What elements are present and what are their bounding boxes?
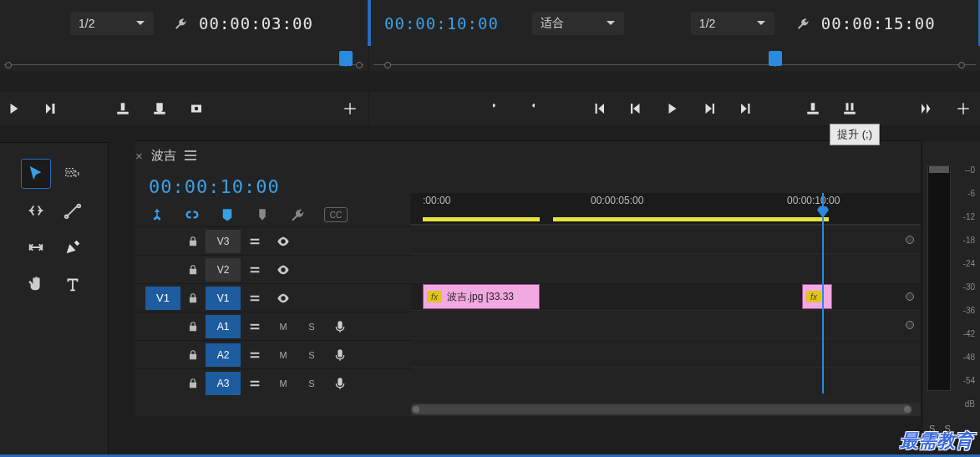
- timeline-settings-button[interactable]: [289, 206, 306, 223]
- solo-toggle[interactable]: S: [297, 350, 326, 360]
- source-patch-a2[interactable]: [145, 343, 180, 367]
- go-to-in-button[interactable]: [590, 99, 608, 118]
- play-button[interactable]: [5, 99, 23, 118]
- mark-out-button[interactable]: [523, 99, 541, 118]
- source-zoom-dropdown[interactable]: 1/2: [70, 12, 154, 35]
- type-tool[interactable]: [58, 269, 88, 299]
- source-patch-v3[interactable]: [145, 230, 180, 253]
- step-fwd-button[interactable]: [700, 99, 718, 118]
- program-timecode-in[interactable]: 00:00:10:00: [384, 12, 499, 35]
- step-back-button[interactable]: [627, 99, 645, 118]
- sync-lock-toggle[interactable]: [241, 320, 269, 333]
- lock-toggle[interactable]: [180, 349, 206, 361]
- sequence-tab[interactable]: × 波吉: [135, 148, 196, 164]
- clip-v1-main[interactable]: fx 波吉.jpg [33.33: [423, 284, 540, 309]
- lane-v1[interactable]: fx 波吉.jpg [33.33 fx: [411, 282, 921, 310]
- marker-toggle[interactable]: [219, 206, 236, 223]
- track-output-toggle[interactable]: [269, 292, 297, 305]
- slip-tool[interactable]: [21, 232, 51, 262]
- work-area-bar[interactable]: [553, 217, 829, 221]
- panel-menu-icon[interactable]: [185, 149, 196, 163]
- source-playhead[interactable]: [339, 51, 353, 66]
- lock-toggle[interactable]: [180, 236, 206, 247]
- work-area-bar[interactable]: [423, 217, 540, 221]
- overwrite-button[interactable]: [150, 99, 169, 118]
- step-fwd-button[interactable]: [42, 99, 60, 118]
- lane-a3[interactable]: [411, 367, 921, 395]
- track-output-toggle[interactable]: [269, 263, 297, 277]
- razor-tool[interactable]: [58, 195, 88, 226]
- program-timecode-out[interactable]: 00:00:15:00: [821, 12, 936, 35]
- sync-lock-toggle[interactable]: [241, 292, 269, 305]
- lift-button[interactable]: [804, 99, 822, 118]
- track-label[interactable]: V2: [206, 258, 241, 282]
- program-playhead[interactable]: [769, 51, 782, 66]
- lock-toggle[interactable]: [180, 378, 206, 389]
- scrollbar-thumb[interactable]: [411, 404, 912, 414]
- snap-toggle[interactable]: [149, 206, 165, 223]
- clip-v1-tail[interactable]: fx: [802, 284, 832, 309]
- timeline-playhead[interactable]: [822, 193, 824, 394]
- track-label[interactable]: V1: [206, 287, 241, 310]
- button-editor[interactable]: [341, 99, 359, 118]
- solo-toggle[interactable]: S: [297, 378, 326, 388]
- track-label[interactable]: V3: [206, 230, 241, 253]
- insert-button[interactable]: [114, 99, 132, 118]
- lock-toggle[interactable]: [180, 292, 206, 304]
- program-fit-dropdown[interactable]: 适合: [532, 12, 624, 35]
- source-settings-button[interactable]: [174, 12, 187, 35]
- track-select-tool[interactable]: [58, 159, 88, 189]
- ripple-edit-tool[interactable]: [21, 195, 51, 226]
- mute-toggle[interactable]: M: [269, 350, 297, 360]
- mute-toggle[interactable]: M: [269, 322, 297, 332]
- solo-toggle[interactable]: S: [297, 322, 326, 332]
- go-to-out-button[interactable]: [737, 99, 755, 118]
- meter-bars[interactable]: [927, 165, 951, 391]
- lock-toggle[interactable]: [180, 264, 206, 276]
- source-patch-a3[interactable]: [145, 372, 180, 395]
- button-editor[interactable]: [954, 99, 972, 118]
- captions-button[interactable]: CC: [324, 207, 348, 222]
- play-button[interactable]: [663, 99, 682, 118]
- lock-toggle[interactable]: [180, 321, 206, 333]
- track-label[interactable]: A3: [206, 372, 241, 395]
- scrollbar-grip-right[interactable]: [904, 406, 911, 413]
- source-mini-ruler[interactable]: [0, 46, 368, 71]
- hand-tool[interactable]: [21, 269, 51, 299]
- lane-v2[interactable]: [411, 253, 921, 282]
- close-tab-icon[interactable]: ×: [135, 149, 143, 163]
- export-frame-button[interactable]: [187, 99, 206, 118]
- overflow-button[interactable]: [917, 99, 936, 118]
- lane-v3[interactable]: [411, 225, 921, 253]
- add-marker-button[interactable]: [254, 206, 271, 223]
- extract-button[interactable]: [840, 99, 859, 118]
- source-patch-a1[interactable]: [145, 315, 180, 338]
- timeline-timecode[interactable]: 00:00:10:00: [149, 176, 280, 197]
- voiceover-button[interactable]: [326, 348, 354, 362]
- mute-toggle[interactable]: M: [269, 378, 297, 388]
- program-zoom-dropdown[interactable]: 1/2: [691, 12, 774, 35]
- pen-tool[interactable]: [58, 232, 88, 262]
- source-timecode[interactable]: 00:00:03:00: [199, 12, 313, 35]
- linked-selection-toggle[interactable]: [184, 206, 201, 223]
- lane-a2[interactable]: [411, 338, 921, 367]
- source-patch-v2[interactable]: [145, 258, 180, 282]
- scrollbar-grip-left[interactable]: [413, 406, 419, 413]
- sync-lock-toggle[interactable]: [241, 377, 269, 390]
- track-output-toggle[interactable]: [269, 235, 297, 248]
- sync-lock-toggle[interactable]: [241, 235, 269, 248]
- program-settings-button[interactable]: [796, 12, 810, 35]
- voiceover-button[interactable]: [326, 377, 354, 390]
- track-label[interactable]: A1: [206, 315, 241, 338]
- selection-tool[interactable]: [21, 159, 51, 189]
- voiceover-button[interactable]: [326, 320, 354, 333]
- track-label[interactable]: A2: [206, 343, 241, 367]
- lane-a1[interactable]: [411, 310, 921, 338]
- source-patch-v1[interactable]: V1: [145, 287, 180, 310]
- sync-lock-toggle[interactable]: [241, 348, 269, 362]
- sync-lock-toggle[interactable]: [241, 263, 269, 277]
- timeline-scrollbar[interactable]: [411, 403, 921, 416]
- program-mini-ruler[interactable]: [369, 46, 980, 71]
- timeline-ruler[interactable]: :00:00 00:00:05:00 00:00:10:00: [411, 193, 921, 225]
- mark-in-button[interactable]: [486, 99, 505, 118]
